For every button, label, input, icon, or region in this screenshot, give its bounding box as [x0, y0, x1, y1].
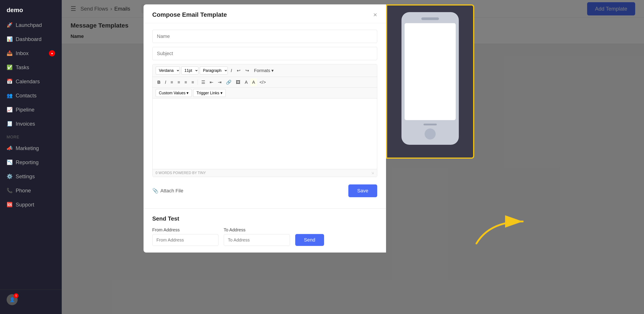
custom-values-btn[interactable]: Custom Values ▾ [156, 89, 192, 97]
sidebar-item-label: Phone [16, 188, 31, 194]
align-center-btn[interactable]: ≡ [176, 78, 182, 86]
from-address-input[interactable] [152, 234, 218, 246]
sidebar-item-inbox[interactable]: 📥 Inbox ● [0, 46, 62, 60]
link-btn[interactable]: 🔗 [224, 78, 233, 86]
indent-in-btn[interactable]: ⇥ [216, 78, 223, 86]
sidebar-item-marketing[interactable]: 📣 Marketing [0, 141, 62, 155]
bold-btn[interactable]: B [156, 78, 162, 86]
sidebar: demo 🚀 Launchpad 📊 Dashboard 📥 Inbox ● ✅… [0, 0, 62, 314]
from-address-label: From Address [152, 227, 218, 233]
italic-icon-btn[interactable]: I [229, 67, 234, 74]
phone-mockup [402, 12, 459, 145]
highlight-btn[interactable]: A [250, 78, 257, 86]
subject-input[interactable] [152, 47, 377, 60]
phone-bottom-bar [424, 124, 437, 125]
sidebar-item-contacts[interactable]: 👥 Contacts [0, 89, 62, 103]
sidebar-item-label: Calendars [16, 78, 40, 85]
indent-out-btn[interactable]: ⇤ [208, 78, 215, 86]
launchpad-icon: 🚀 [6, 22, 12, 28]
phone-preview-panel [386, 4, 474, 159]
paperclip-icon: 📎 [152, 188, 158, 194]
modal-actions: 📎 Attach File Save [152, 181, 377, 197]
sidebar-nav: 🚀 Launchpad 📊 Dashboard 📥 Inbox ● ✅ Task… [0, 18, 62, 290]
sidebar-item-label: Pipeline [16, 107, 34, 113]
editor-toolbar-row1: Verdana 11pt Paragraph I ↩ ↪ Formats [152, 64, 377, 77]
font-color-btn[interactable]: A [243, 78, 249, 86]
sidebar-item-label: Tasks [16, 64, 29, 70]
marketing-icon: 📣 [6, 145, 12, 151]
align-justify-btn[interactable]: ≡ [190, 78, 196, 86]
editor-footer: 0 WORDS POWERED BY TINY ⇲ [152, 169, 377, 177]
list-btn[interactable]: ☰ [200, 78, 207, 86]
sidebar-item-label: Invoices [16, 121, 35, 127]
save-button[interactable]: Save [348, 184, 377, 197]
code-btn[interactable]: </> [258, 78, 268, 86]
contacts-icon: 👥 [6, 93, 12, 98]
editor-toolbar-row3: Custom Values ▾ Trigger Links ▾ [152, 88, 377, 98]
dashboard-icon: 📊 [6, 36, 12, 42]
send-test-section: Send Test From Address To Address Send [144, 208, 386, 253]
modal-title: Compose Email Template [152, 11, 227, 18]
phone-screen [404, 23, 456, 120]
pipeline-icon: 📈 [6, 107, 12, 113]
sidebar-item-label: Launchpad [16, 22, 42, 28]
tasks-icon: ✅ [6, 64, 12, 70]
modal-body: Verdana 11pt Paragraph I ↩ ↪ Formats [144, 23, 386, 204]
send-test-fields: From Address To Address Send [152, 227, 377, 246]
sidebar-item-dashboard[interactable]: 📊 Dashboard [0, 32, 62, 46]
sidebar-item-calendars[interactable]: 📅 Calendars [0, 74, 62, 89]
phone-home-button [425, 128, 436, 139]
email-editor: Verdana 11pt Paragraph I ↩ ↪ Formats [152, 64, 377, 177]
redo-btn[interactable]: ↪ [244, 66, 251, 74]
formats-btn[interactable]: Formats ▾ [252, 66, 275, 74]
editor-body[interactable] [152, 98, 377, 169]
from-address-field: From Address [152, 227, 218, 246]
italic-btn[interactable]: I [163, 78, 168, 86]
sidebar-item-label: Reporting [16, 159, 38, 165]
sidebar-item-label: Contacts [16, 92, 36, 99]
word-count-label: 0 WORDS POWERED BY TINY [156, 171, 206, 175]
sidebar-item-invoices[interactable]: 🧾 Invoices [0, 117, 62, 131]
modal-close-button[interactable]: × [373, 11, 377, 18]
attach-file-button[interactable]: 📎 Attach File [152, 188, 184, 194]
modal-overlay[interactable]: Compose Email Template × Verdana [62, 0, 644, 314]
app-logo: demo [0, 4, 62, 18]
sidebar-item-phone[interactable]: 📞 Phone [0, 184, 62, 198]
invoices-icon: 🧾 [6, 121, 12, 127]
align-right-btn[interactable]: ≡ [183, 78, 189, 86]
to-address-input[interactable] [224, 234, 290, 246]
sidebar-item-label: Marketing [16, 145, 39, 151]
toolbar-sep1 [198, 79, 198, 85]
sidebar-item-label: Support [16, 202, 34, 208]
sidebar-item-label: Dashboard [16, 36, 42, 42]
sidebar-section-more: MORE [0, 131, 62, 141]
sidebar-item-label: Inbox [16, 50, 29, 56]
phone-top-bar [421, 17, 439, 20]
paragraph-select[interactable]: Paragraph [200, 66, 228, 74]
image-btn[interactable]: 🖼 [234, 78, 242, 86]
reporting-icon: 📉 [6, 160, 12, 165]
to-address-field: To Address [224, 227, 290, 246]
to-address-label: To Address [224, 227, 290, 233]
sidebar-item-pipeline[interactable]: 📈 Pipeline [0, 103, 62, 117]
resize-handle[interactable]: ⇲ [371, 171, 374, 175]
font-size-select[interactable]: 11pt [181, 66, 198, 74]
align-left-btn[interactable]: ≡ [169, 78, 175, 86]
editor-toolbar-row2: B I ≡ ≡ ≡ ≡ ☰ ⇤ ⇥ 🔗 🖼 A [152, 77, 377, 88]
sidebar-item-support[interactable]: 🆘 Support [0, 198, 62, 212]
sidebar-item-tasks[interactable]: ✅ Tasks [0, 60, 62, 74]
avatar[interactable]: 👤 5 [6, 294, 18, 305]
sidebar-item-settings[interactable]: ⚙️ Settings [0, 169, 62, 184]
font-family-select[interactable]: Verdana [156, 66, 180, 74]
modal-wrapper: Compose Email Template × Verdana [144, 4, 562, 253]
name-input[interactable] [152, 30, 377, 43]
inbox-badge: ● [49, 50, 55, 56]
avatar-badge: 5 [14, 293, 18, 298]
trigger-links-btn[interactable]: Trigger Links ▾ [193, 89, 226, 97]
sidebar-item-reporting[interactable]: 📉 Reporting [0, 155, 62, 169]
modal-header: Compose Email Template × [144, 4, 386, 23]
undo-btn[interactable]: ↩ [235, 66, 242, 74]
send-test-button[interactable]: Send [295, 234, 324, 246]
sidebar-item-launchpad[interactable]: 🚀 Launchpad [0, 18, 62, 32]
support-icon: 🆘 [6, 202, 12, 208]
